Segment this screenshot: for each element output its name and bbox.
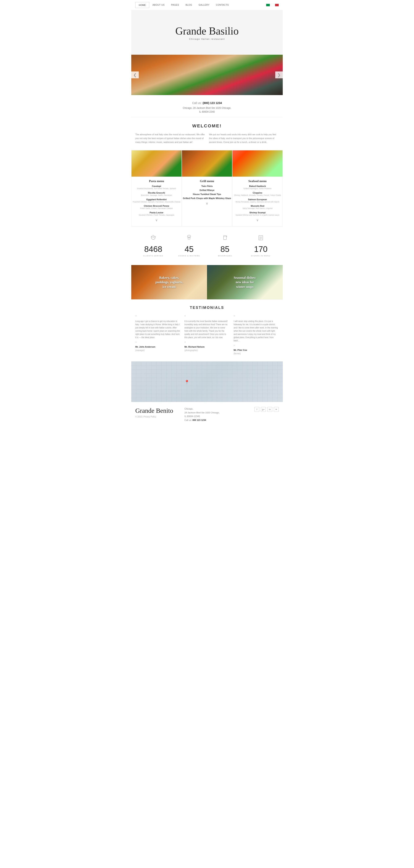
nav-gallery[interactable]: GALLERY [195, 2, 213, 8]
phone-number: (800) 123 1234 [203, 101, 222, 104]
beverages-label: BEVERAGES [218, 255, 232, 257]
cooks-number: 45 [185, 245, 194, 253]
clients-label: CLIENTS SERVED [143, 255, 163, 257]
contact-bar: Call us: (800) 123 1234 Chicago, 28 Jack… [131, 95, 283, 117]
footer: Grande Benito © 2016 | Privacy Policy Ch… [131, 402, 283, 427]
svg-rect-4 [188, 238, 190, 239]
clients-icon [150, 235, 156, 242]
address-line2: IL 60604-2340 [135, 110, 279, 114]
seafood-item-3: Salmon European Roma Tomatoes, Capers, M… [232, 198, 283, 203]
pasta-image [131, 150, 182, 177]
footer-social: f g+ in ✈ [234, 407, 279, 412]
testimonials-grid: “ Long ago I got a chance to get my educ… [135, 315, 279, 355]
footer-call-prefix: Call us: [184, 419, 192, 421]
hero-prev-button[interactable]: ❮ [131, 71, 139, 78]
nav-about[interactable]: ABOUT US [149, 2, 168, 8]
navigation: HOME ABOUT US PAGES BLOG GALLERY CONTACT… [131, 0, 283, 10]
nav-blog[interactable]: BLOG [182, 2, 196, 8]
welcome-title: WELCOME! [135, 123, 279, 129]
grill-more-button[interactable]: ∨ [182, 202, 232, 205]
menu-card-pasta: Pasta menu Cavatapi Smoked Mozzarella, S… [131, 150, 182, 226]
dishes-icon [258, 235, 264, 242]
testimonial-2-name: Mr. Richard Nelson [184, 345, 229, 349]
pasta-item-3: Eggplant Rollentini Poached Chicken, Spi… [131, 198, 182, 203]
hero-title: Grande Basilio [175, 25, 238, 37]
testimonial-3-name: Mr. Piter Cox [234, 348, 279, 352]
seafood-more-button[interactable]: ∨ [232, 218, 283, 222]
seafood-image [232, 150, 283, 177]
grill-item-4: Grilled Pork Chops with Maple Whiskey Gl… [182, 197, 232, 199]
footer-address: Chicago, 28 Jackson Blvd Ste 1020 Chicag… [184, 407, 229, 422]
testimonial-3-role: (farmer) [234, 352, 279, 355]
testimonial-3-text: I will never stop visiting this place. I… [234, 320, 279, 342]
social-facebook[interactable]: f [255, 407, 259, 412]
hero-food-image: ❮ ❯ [131, 55, 283, 95]
footer-brand: Grande Benito © 2016 | Privacy Policy [135, 407, 180, 418]
testimonial-1-text: Long ago I got a chance to get my educat… [135, 320, 180, 339]
footer-address-line1: Chicago, [184, 407, 229, 411]
promo-section: Bakery, cakes, puddings, yoghurts, ice c… [131, 265, 283, 299]
seafood-title: Seafood menu [232, 180, 283, 183]
hero-subtitle: Chicago Italian restaurant [175, 38, 238, 40]
social-twitter[interactable]: ✈ [274, 407, 279, 412]
testimonial-2-close-quote: ” [184, 341, 229, 345]
footer-phone-number: 800 123 1234 [193, 419, 206, 421]
testimonial-2: “ It is currently the most favorite Ital… [184, 315, 229, 355]
seafood-item-2: Cioppino Shrimp, Haddock, Mussels, Tomat… [232, 192, 283, 196]
welcome-text-right: We put our hearts and souls into every d… [209, 133, 279, 144]
hero-section: Grande Basilio Chicago Italian restauran… [131, 10, 283, 55]
grill-image [182, 150, 232, 177]
grill-item-1: Twin Filets [182, 185, 232, 187]
map-visual[interactable]: 📍 [131, 362, 283, 402]
language-flags [266, 4, 279, 6]
hero-next-button[interactable]: ❯ [275, 71, 283, 78]
pasta-item-1: Cavatapi Smoked Mozzarella, Sun-Dried To… [131, 185, 182, 190]
welcome-text-left: The atmosphere of real Italy rules the m… [135, 133, 205, 144]
seafood-item-1: Baked Haddock Grilled Asparagus, Yukon P… [232, 185, 283, 190]
promo-seasonal[interactable]: Seasonal dishes: new ideas for winter so… [207, 265, 283, 299]
address-line1: Chicago, 28 Jackson Blvd Ste 1020 Chicag… [135, 106, 279, 110]
svg-point-2 [187, 235, 190, 237]
svg-point-0 [151, 236, 155, 237]
promo-bakery[interactable]: Bakery, cakes, puddings, yoghurts, ice c… [131, 265, 207, 299]
footer-address-line3: IL 60604-12345 [184, 414, 229, 418]
testimonial-3-open-quote: “ [234, 315, 279, 319]
pasta-item-5: Pasta Louise Sauteed Chicken, Fresh Toma… [131, 211, 182, 216]
svg-rect-9 [259, 236, 263, 240]
menu-card-seafood: Seafood menu Baked Haddock Grilled Aspar… [232, 150, 283, 226]
footer-copyright: © 2016 | Privacy Policy [135, 415, 180, 418]
stat-clients: 8468 CLIENTS SERVED [135, 235, 171, 257]
cooks-icon [186, 235, 192, 242]
beverages-number: 85 [220, 245, 230, 253]
stat-cooks: 45 COOKS & WAITERS [171, 235, 207, 257]
cooks-label: COOKS & WAITERS [178, 255, 200, 257]
nav-links: HOME ABOUT US PAGES BLOG GALLERY CONTACT… [135, 2, 232, 8]
flag-red [275, 4, 279, 6]
map-section: 📍 [131, 361, 283, 402]
social-linkedin[interactable]: in [267, 407, 272, 412]
flag-white [271, 4, 274, 6]
pasta-item-2: Ricotta Gnocchi Broccolini, Sausage, Gar… [131, 192, 182, 196]
dishes-label: DISHES IN MENU [251, 255, 270, 257]
svg-rect-5 [224, 236, 227, 240]
pasta-more-button[interactable]: ∨ [131, 218, 182, 222]
pasta-item-4: Chicken Broccoli Penne Fresh Garlic, Cre… [131, 205, 182, 210]
welcome-section: WELCOME! The atmosphere of real Italy ru… [131, 117, 283, 150]
footer-brand-title: Grande Benito [135, 407, 180, 414]
testimonial-2-open-quote: “ [184, 315, 229, 319]
nav-pages[interactable]: PAGES [168, 2, 182, 8]
footer-phone: Call us: 800 123 1234 [184, 418, 229, 422]
welcome-text: The atmosphere of real Italy rules the m… [135, 133, 279, 144]
pasta-title: Pasta menu [131, 180, 182, 183]
testimonial-1-close-quote: ” [135, 341, 180, 345]
map-background [131, 362, 283, 402]
nav-contacts[interactable]: CONTACTS [213, 2, 232, 8]
promo-bakery-text: Bakery, cakes, puddings, yoghurts, ice c… [151, 272, 187, 293]
hero-content: Grande Basilio Chicago Italian restauran… [171, 21, 242, 44]
social-google[interactable]: g+ [261, 407, 266, 412]
footer-address-line2: 28 Jackson Blvd Ste 1020 Chicago, [184, 411, 229, 414]
grill-title: Grill menu [182, 180, 232, 183]
testimonial-1-name: Mr. John Anderson [135, 345, 180, 349]
testimonial-1-open-quote: “ [135, 315, 180, 319]
nav-home[interactable]: HOME [135, 2, 149, 8]
